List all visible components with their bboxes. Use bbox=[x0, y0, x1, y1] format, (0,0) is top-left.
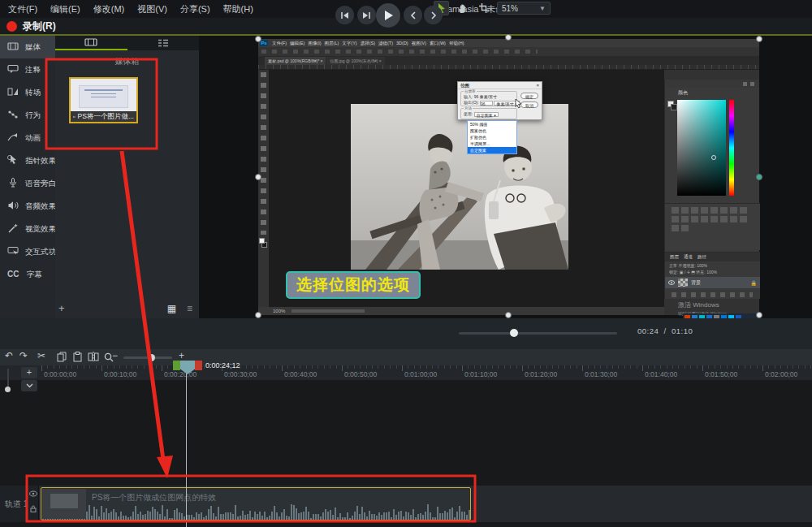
seek-knob[interactable] bbox=[510, 329, 518, 337]
redo-button[interactable]: ↷ bbox=[19, 350, 28, 361]
ps-dropdown-option[interactable]: 扩散仿色 bbox=[468, 134, 516, 140]
lock-icon[interactable] bbox=[30, 505, 37, 512]
selection-handle-bottom-right[interactable] bbox=[756, 312, 762, 318]
ps-menu-item[interactable]: 图像(I) bbox=[308, 41, 321, 46]
close-icon[interactable]: × bbox=[536, 83, 539, 88]
media-thumbnail-caption: PS将一个图片做... bbox=[71, 111, 136, 122]
list-view-icon[interactable]: ≡ bbox=[187, 303, 192, 314]
next-clip-button[interactable] bbox=[424, 6, 443, 24]
ps-layer-row[interactable]: 背景 🔒 bbox=[665, 277, 760, 288]
selection-handle-top-middle[interactable] bbox=[505, 34, 512, 41]
sidebar-item-label: 动画 bbox=[25, 133, 41, 144]
menu-item[interactable]: 视图(V) bbox=[137, 3, 167, 15]
step-back-button[interactable] bbox=[335, 6, 354, 24]
tab-clip-bin[interactable] bbox=[55, 36, 127, 50]
copy-icon[interactable] bbox=[57, 352, 67, 362]
sidebar-item-visual[interactable]: 视觉效果 bbox=[0, 218, 55, 240]
ps-menu-item[interactable]: 文字(Y) bbox=[342, 41, 356, 46]
sidebar-item-transition[interactable]: 转场 bbox=[0, 81, 55, 104]
sidebar-item-animation[interactable]: 动画 bbox=[0, 127, 55, 149]
photoshop-logo-icon: Ps bbox=[260, 40, 268, 46]
selection-handle-bottom-left[interactable] bbox=[255, 312, 261, 318]
menu-item[interactable]: 帮助(H) bbox=[223, 3, 253, 15]
ok-button[interactable]: 确定 bbox=[520, 93, 538, 99]
zoom-in-button[interactable]: + bbox=[179, 350, 184, 361]
playhead-out-marker[interactable] bbox=[195, 361, 202, 370]
ps-menu-item[interactable]: 帮助(H) bbox=[449, 41, 464, 46]
tab-library[interactable] bbox=[127, 36, 200, 50]
collapse-tracks-button[interactable] bbox=[21, 380, 37, 391]
timeline-body[interactable]: PS将一个图片做成位图网点的特效 轨道 1 bbox=[0, 380, 812, 527]
selection-handle-middle-right[interactable] bbox=[756, 174, 762, 180]
ps-dropdown-option[interactable]: 自定图案 bbox=[468, 147, 516, 153]
undo-button[interactable]: ↶ bbox=[5, 350, 13, 361]
seek-slider[interactable] bbox=[459, 332, 617, 335]
ps-dropdown-option[interactable]: 50% 阈值 bbox=[468, 121, 516, 127]
grid-view-icon[interactable]: ▦ bbox=[167, 303, 176, 314]
playhead-in-marker[interactable] bbox=[173, 361, 180, 370]
sidebar-item-voice[interactable]: 语音旁白 bbox=[0, 172, 55, 195]
ps-layers-tab[interactable]: 路径 bbox=[698, 254, 706, 260]
ps-use-select[interactable]: 自定图案 ▾ bbox=[474, 112, 499, 117]
sidebar-item-behavior[interactable]: 行为 bbox=[0, 104, 55, 127]
split-icon[interactable] bbox=[88, 352, 99, 362]
selection-handle-top-right[interactable] bbox=[756, 36, 762, 42]
ps-menu-item[interactable]: 文件(F) bbox=[272, 41, 287, 46]
sidebar-item-cursor[interactable]: 指针效果 bbox=[0, 149, 55, 172]
track-height-knob[interactable] bbox=[5, 387, 11, 392]
menu-item[interactable]: 文件(F) bbox=[8, 3, 37, 15]
ps-menu-item[interactable]: 滤镜(T) bbox=[378, 41, 393, 46]
ps-menu-item[interactable]: 视图(V) bbox=[412, 41, 426, 46]
callout-caption[interactable]: 选择位图的选项 bbox=[286, 271, 421, 299]
eye-icon[interactable] bbox=[29, 490, 37, 497]
record-button[interactable]: 录制(R) bbox=[23, 19, 56, 33]
record-icon[interactable] bbox=[6, 21, 17, 32]
add-track-button[interactable]: + bbox=[21, 367, 37, 378]
timeline-ruler[interactable]: 0:00:00;000:00:10;000:00:20;000:00:30;00… bbox=[0, 365, 812, 380]
ps-dropdown-option[interactable]: 半调网屏... bbox=[468, 140, 516, 147]
selection-handle-middle-left[interactable] bbox=[255, 174, 261, 180]
menu-item[interactable]: 分享(S) bbox=[180, 3, 210, 15]
sidebar-item-cc[interactable]: CC字幕 bbox=[0, 263, 55, 286]
ps-menu-item[interactable]: 选择(S) bbox=[361, 41, 375, 46]
selection-handle-bottom-middle[interactable] bbox=[505, 312, 512, 318]
ps-document-tab[interactable]: 位图.jpg @ 100%(灰色/8#) × bbox=[326, 57, 384, 65]
ps-menu-item[interactable]: 图层(L) bbox=[325, 41, 339, 46]
sidebar-item-media[interactable]: 媒体 bbox=[0, 36, 55, 58]
timeline-zoom-slider[interactable] bbox=[123, 356, 172, 359]
ps-layers-tab[interactable]: 图层 bbox=[670, 254, 679, 260]
step-forward-button[interactable] bbox=[357, 6, 376, 24]
canvas-toolbar: 51% ▼ bbox=[434, 1, 551, 15]
ps-dropdown-option[interactable]: 图案仿色 bbox=[468, 127, 516, 134]
zoom-out-button[interactable]: − bbox=[112, 350, 118, 361]
ps-menu-item[interactable]: 3D(D) bbox=[396, 41, 408, 46]
selection-handle-top-left[interactable] bbox=[255, 36, 261, 42]
cancel-button[interactable]: 取消 bbox=[520, 102, 538, 108]
ps-menu-item[interactable]: 窗口(W) bbox=[430, 41, 446, 46]
previous-clip-button[interactable] bbox=[404, 6, 422, 24]
paste-icon[interactable] bbox=[73, 352, 82, 362]
timeline-clip[interactable]: PS将一个图片做成位图网点的特效 bbox=[41, 487, 471, 521]
crop-tool-button[interactable] bbox=[476, 1, 491, 15]
media-bin-title: 媒体箱 bbox=[55, 50, 199, 67]
media-thumbnail[interactable]: PS将一个图片做... bbox=[69, 77, 138, 123]
menu-item[interactable]: 修改(M) bbox=[93, 3, 125, 15]
timeline-zoom-knob[interactable] bbox=[148, 354, 155, 361]
cut-button[interactable]: ✂ bbox=[37, 350, 45, 361]
ps-method-dropdown[interactable]: 50% 阈值图案仿色扩散仿色半调网屏...自定图案 bbox=[467, 120, 517, 154]
photoshop-screenshot[interactable]: Ps 文件(F)编辑(E)图像(I)图层(L)文字(Y)选择(S)滤镜(T)3D… bbox=[258, 39, 759, 315]
sidebar-item-callout[interactable]: 注释 bbox=[0, 58, 55, 81]
ps-menu-item[interactable]: 编辑(E) bbox=[290, 41, 304, 46]
sidebar-item-interactive[interactable]: 交互式功能 bbox=[0, 240, 55, 263]
menu-item[interactable]: 编辑(E) bbox=[50, 3, 80, 15]
ps-document-tab[interactable]: 素材.psd @ 100%(RGB/8#)* × bbox=[265, 57, 326, 65]
play-button[interactable] bbox=[376, 3, 400, 28]
canvas-zoom-select[interactable]: 51% ▼ bbox=[497, 2, 551, 15]
ps-bitmap-dialog[interactable]: 位图 × 分辨率 输入: 96 像素/英寸 输出(O): 96 像素/英寸 ▾ … bbox=[457, 81, 542, 120]
ps-layers-tab[interactable]: 通道 bbox=[684, 254, 693, 260]
sidebar-item-audio[interactable]: 音频效果 bbox=[0, 195, 55, 218]
ps-output-field[interactable]: 96 bbox=[480, 101, 493, 106]
add-media-button[interactable]: + bbox=[58, 302, 65, 314]
pan-tool-button[interactable] bbox=[455, 1, 470, 15]
playhead-line[interactable] bbox=[186, 370, 187, 527]
